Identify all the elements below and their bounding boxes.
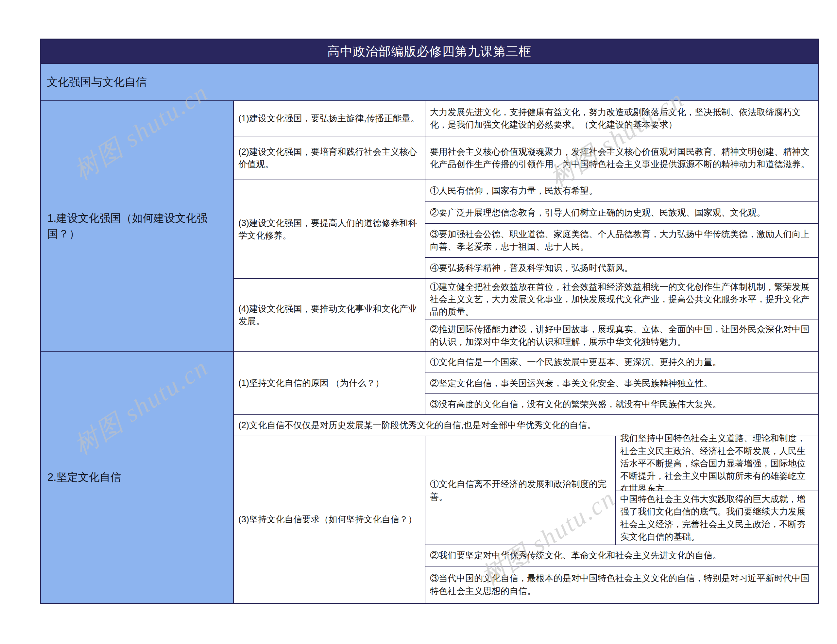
s1-r4-item-2: ②推进国际传播能力建设，讲好中国故事，展现真实、立体、全面的中国，让国外民众深化… xyxy=(425,320,818,351)
s2-r3-sub-detail-2: 中国特色社会主义伟大实践取得的巨大成就，增强了我们文化自信的底气。我们要继续大力… xyxy=(615,491,818,545)
table-body: 1.建设文化强国（如何建设文化强国？） (1)建设文化强国，要弘扬主旋律,传播正… xyxy=(41,101,818,603)
section-2: 2.坚定文化自信 (1)坚持文化自信的原因 （为什么？） ①文化自信是一个国家、… xyxy=(41,352,818,603)
page-title: 高中政治部编版必修四第九课第三框 xyxy=(41,39,818,63)
section-2-label: 2.坚定文化自信 xyxy=(41,352,233,603)
s1-r4-details: ①建立健全把社会效益放在首位，社会效益和经济效益相统一的文化创作生产体制机制，繁… xyxy=(425,279,818,351)
table-row: (4)建设文化强国，要推动文化事业和文化产业发展。 ①建立健全把社会效益放在首位… xyxy=(234,279,818,351)
topic-header: 文化强国与文化自信 xyxy=(41,64,818,100)
s2-r3-item-2: ②我们要坚定对中华优秀传统文化、革命文化和社会主义先进文化的自信。 xyxy=(425,545,818,566)
s2-r3-sub-detail-1: 我们坚持中国特色社会主义道路、理论和制度，社会主义民主政治、经济社会不断发展，人… xyxy=(615,436,818,491)
section-2-rows: (1)坚持文化自信的原因 （为什么？） ①文化自信是一个国家、一个民族发展中更基… xyxy=(234,352,818,603)
s2-r3-details: ①文化自信离不开经济的发展和政治制度的完善。 我们坚持中国特色社会主义道路、理论… xyxy=(425,436,818,603)
s1-r2-detail: 要用社会主义核心价值观凝魂聚力，发挥社会主义核心价值观对国民教育、精神文明创建、… xyxy=(425,136,818,179)
section-1: 1.建设文化强国（如何建设文化强国？） (1)建设文化强国，要弘扬主旋律,传播正… xyxy=(41,101,818,351)
section-1-rows: (1)建设文化强国，要弘扬主旋律,传播正能量。 大力发展先进文化，支持健康有益文… xyxy=(234,101,818,351)
s1-r1-point: (1)建设文化强国，要弘扬主旋律,传播正能量。 xyxy=(234,101,425,136)
s2-r3-sub-row: ①文化自信离不开经济的发展和政治制度的完善。 我们坚持中国特色社会主义道路、理论… xyxy=(425,436,818,545)
s1-r4-point: (4)建设文化强国，要推动文化事业和文化产业发展。 xyxy=(234,279,425,351)
s1-r3-item-4: ④要弘扬科学精神，普及科学知识，弘扬时代新风。 xyxy=(425,258,818,278)
s1-r4-item-1: ①建立健全把社会效益放在首位，社会效益和经济效益相统一的文化创作生产体制机制，繁… xyxy=(425,279,818,320)
s1-r1-detail: 大力发展先进文化，支持健康有益文化，努力改造或剔除落后文化，坚决抵制、依法取缔腐… xyxy=(425,101,818,136)
s2-r3-item-3: ③当代中国的文化自信，最根本的是对中国特色社会主义文化的自信，特别是对习近平新时… xyxy=(425,567,818,603)
s1-r3-item-2: ②要广泛开展理想信念教育，引导人们树立正确的历史观、民族观、国家观、文化观。 xyxy=(425,202,818,223)
s2-r1-details: ①文化自信是一个国家、一个民族发展中更基本、更深沉、更持久的力量。 ②坚定文化自… xyxy=(425,352,818,414)
s2-r1-item-2: ②坚定文化自信，事关国运兴衰，事关文化安全、事关民族精神独立性。 xyxy=(425,373,818,394)
mindmap-table: 高中政治部编版必修四第九课第三框 文化强国与文化自信 1.建设文化强国（如何建设… xyxy=(40,39,819,604)
s1-r3-point: (3)建设文化强国，要提高人们的道德修养和科学文化修养。 xyxy=(234,180,425,278)
s1-r3-details: ①人民有信仰，国家有力量，民族有希望。 ②要广泛开展理想信念教育，引导人们树立正… xyxy=(425,180,818,278)
s2-r1-point: (1)坚持文化自信的原因 （为什么？） xyxy=(234,352,425,414)
s2-r3-point: (3)坚持文化自信要求（如何坚持文化自信？） xyxy=(234,436,425,603)
s2-r3-sub-point: ①文化自信离不开经济的发展和政治制度的完善。 xyxy=(425,436,615,545)
page: 树图 shutu.cn 树图 shutu.cn 树图 shutu.cn 树图 s… xyxy=(0,0,837,644)
table-row: (3)建设文化强国，要提高人们的道德修养和科学文化修养。 ①人民有信仰，国家有力… xyxy=(234,180,818,278)
table-row: (3)坚持文化自信要求（如何坚持文化自信？） ①文化自信离不开经济的发展和政治制… xyxy=(234,436,818,603)
section-1-label: 1.建设文化强国（如何建设文化强国？） xyxy=(41,101,233,351)
s2-r1-item-1: ①文化自信是一个国家、一个民族发展中更基本、更深沉、更持久的力量。 xyxy=(425,352,818,373)
s1-r2-point: (2)建设文化强国，要培育和践行社会主义核心价值观。 xyxy=(234,136,425,179)
s2-r3-sub-details: 我们坚持中国特色社会主义道路、理论和制度，社会主义民主政治、经济社会不断发展，人… xyxy=(615,436,818,545)
table-row: (2)建设文化强国，要培育和践行社会主义核心价值观。 要用社会主义核心价值观凝魂… xyxy=(234,136,818,179)
s1-r3-item-3: ③要加强社会公德、职业道德、家庭美德、个人品德教育，大力弘扬中华传统美德，激励人… xyxy=(425,224,818,257)
s2-r1-item-3: ③没有高度的文化自信，没有文化的繁荣兴盛，就没有中华民族伟大复兴。 xyxy=(425,394,818,414)
s1-r3-item-1: ①人民有信仰，国家有力量，民族有希望。 xyxy=(425,180,818,202)
table-row: (1)坚持文化自信的原因 （为什么？） ①文化自信是一个国家、一个民族发展中更基… xyxy=(234,352,818,414)
table-row: (1)建设文化强国，要弘扬主旋律,传播正能量。 大力发展先进文化，支持健康有益文… xyxy=(234,101,818,136)
